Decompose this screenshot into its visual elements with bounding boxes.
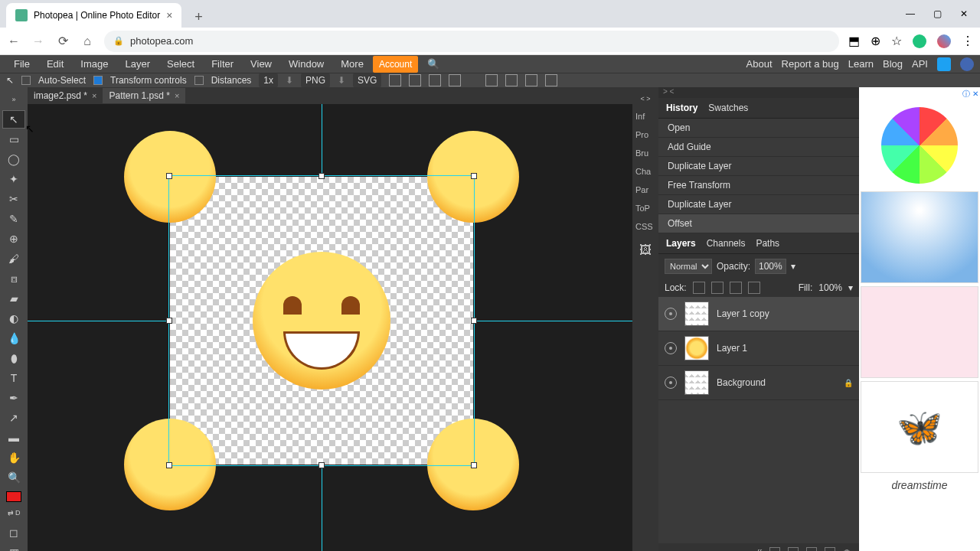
visibility-icon[interactable] <box>665 342 677 354</box>
lock-pixels-icon[interactable] <box>693 282 705 294</box>
align-top-icon[interactable] <box>449 74 461 86</box>
search-icon[interactable]: 🔍 <box>420 55 447 73</box>
profile-avatar[interactable] <box>937 34 951 48</box>
back-icon[interactable]: ← <box>6 34 21 49</box>
lock-move-icon[interactable] <box>730 282 742 294</box>
transform-handle[interactable] <box>166 318 172 324</box>
foreground-color[interactable] <box>6 491 21 502</box>
transform-bounds[interactable] <box>168 175 475 466</box>
panel-properties[interactable]: Pro <box>632 126 658 144</box>
type-tool[interactable]: T <box>2 369 25 387</box>
zoom-select[interactable]: 1x <box>259 73 278 87</box>
star-icon[interactable]: ☆ <box>891 34 902 48</box>
maximize-icon[interactable]: ▢ <box>933 8 942 19</box>
tab-layers[interactable]: Layers <box>666 238 696 249</box>
path-tool[interactable]: ↗ <box>2 409 25 427</box>
collapse-right-icon[interactable]: > < <box>663 87 674 98</box>
facebook-icon[interactable] <box>960 57 974 71</box>
folder-icon[interactable] <box>806 547 817 551</box>
panel-brush[interactable]: Bru <box>632 144 658 162</box>
transform-handle[interactable] <box>318 462 325 468</box>
3d-icon[interactable] <box>545 74 557 86</box>
kebab-menu-icon[interactable]: ⋮ <box>962 34 974 48</box>
export-svg-button[interactable]: SVG <box>353 73 381 87</box>
canvas-viewport[interactable] <box>28 104 632 551</box>
doc-close-icon[interactable]: × <box>175 91 179 100</box>
distribute-v-icon[interactable] <box>505 74 518 86</box>
menu-report-bug[interactable]: Report a bug <box>782 58 839 70</box>
minimize-icon[interactable]: — <box>906 8 915 19</box>
menu-api[interactable]: API <box>912 58 928 70</box>
account-button[interactable]: Account <box>373 56 418 73</box>
eyedropper-tool[interactable]: ✎ <box>2 210 25 228</box>
tab-channels[interactable]: Channels <box>707 238 746 249</box>
panel-tool-presets[interactable]: ToP <box>632 199 658 217</box>
ad-image[interactable] <box>881 107 958 184</box>
marquee-tool[interactable]: ▭ <box>2 130 25 148</box>
adjustment-icon[interactable] <box>788 547 799 551</box>
history-item[interactable]: Offset <box>658 214 859 233</box>
layer-thumbnail[interactable] <box>684 302 709 326</box>
move-tool[interactable]: ↖ <box>2 110 25 129</box>
menu-select[interactable]: Select <box>159 55 202 73</box>
transform-handle[interactable] <box>471 173 477 179</box>
twitter-icon[interactable] <box>937 57 951 71</box>
install-icon[interactable]: ⬒ <box>848 34 860 48</box>
layer-row[interactable]: Layer 1 <box>658 331 859 366</box>
panel-image-icon[interactable]: 🖼 <box>632 239 658 262</box>
distribute-spacing-icon[interactable] <box>525 74 537 86</box>
zoom-tool[interactable]: 🔍 <box>2 468 25 487</box>
wand-tool[interactable]: ✦ <box>2 170 25 188</box>
distances-checkbox[interactable] <box>194 76 204 85</box>
fill-dropdown-icon[interactable]: ▾ <box>848 282 853 293</box>
transform-handle[interactable] <box>166 462 172 468</box>
history-item[interactable]: Add Guide <box>658 138 859 157</box>
lasso-tool[interactable]: ◯ <box>2 150 25 168</box>
hand-tool[interactable]: ✋ <box>2 448 25 467</box>
menu-window[interactable]: Window <box>281 55 332 73</box>
trash-icon[interactable]: 🗑 <box>843 548 851 551</box>
shape-tool[interactable]: ▬ <box>2 429 25 447</box>
heal-tool[interactable]: ⊕ <box>2 230 25 248</box>
new-layer-icon[interactable] <box>825 547 835 551</box>
mask-icon[interactable] <box>769 547 780 551</box>
layer-thumbnail[interactable] <box>684 370 709 395</box>
eraser-tool[interactable]: ▰ <box>2 289 25 308</box>
reload-icon[interactable]: ⟳ <box>55 34 70 49</box>
blend-mode-select[interactable]: Normal <box>665 259 712 274</box>
distribute-h-icon[interactable] <box>485 74 498 86</box>
menu-about[interactable]: About <box>746 58 773 70</box>
history-item[interactable]: Duplicate Layer <box>658 157 859 176</box>
transform-handle[interactable] <box>318 173 325 179</box>
layer-thumbnail[interactable] <box>684 336 709 360</box>
panel-character[interactable]: Cha <box>632 162 658 181</box>
menu-blog[interactable]: Blog <box>883 58 903 70</box>
url-input[interactable]: 🔒 photopea.com <box>104 31 839 52</box>
grammarly-icon[interactable] <box>913 34 926 48</box>
history-item[interactable]: Duplicate Layer <box>658 195 859 214</box>
transform-controls-checkbox[interactable] <box>93 76 103 85</box>
fill-value[interactable]: 100% <box>818 282 842 293</box>
auto-select-checkbox[interactable] <box>21 76 31 85</box>
doc-close-icon[interactable]: × <box>92 91 96 100</box>
panel-css[interactable]: CSS <box>632 217 658 236</box>
menu-filter[interactable]: Filter <box>204 55 241 73</box>
quickmask-icon[interactable]: ◻ <box>2 523 25 542</box>
menu-file[interactable]: File <box>6 55 38 73</box>
plus-circle-icon[interactable]: ⊕ <box>871 34 880 48</box>
menu-layer[interactable]: Layer <box>118 55 158 73</box>
lock-all-icon[interactable] <box>748 282 760 294</box>
close-window-icon[interactable]: ✕ <box>960 8 968 19</box>
panel-info[interactable]: Inf <box>632 107 658 126</box>
blur-tool[interactable]: 💧 <box>2 329 25 347</box>
tab-paths[interactable]: Paths <box>756 238 779 249</box>
tab-history[interactable]: History <box>666 103 697 113</box>
history-item[interactable]: Free Transform <box>658 176 859 195</box>
lock-brush-icon[interactable] <box>711 282 724 294</box>
new-tab-button[interactable]: + <box>188 6 209 28</box>
collapse-toolbar-icon[interactable]: » <box>2 90 25 109</box>
color-swap-icon[interactable]: ⇄ D <box>2 504 25 522</box>
menu-more[interactable]: More <box>333 55 371 73</box>
layer-row[interactable]: Layer 1 copy <box>658 297 859 331</box>
visibility-icon[interactable] <box>665 377 677 389</box>
